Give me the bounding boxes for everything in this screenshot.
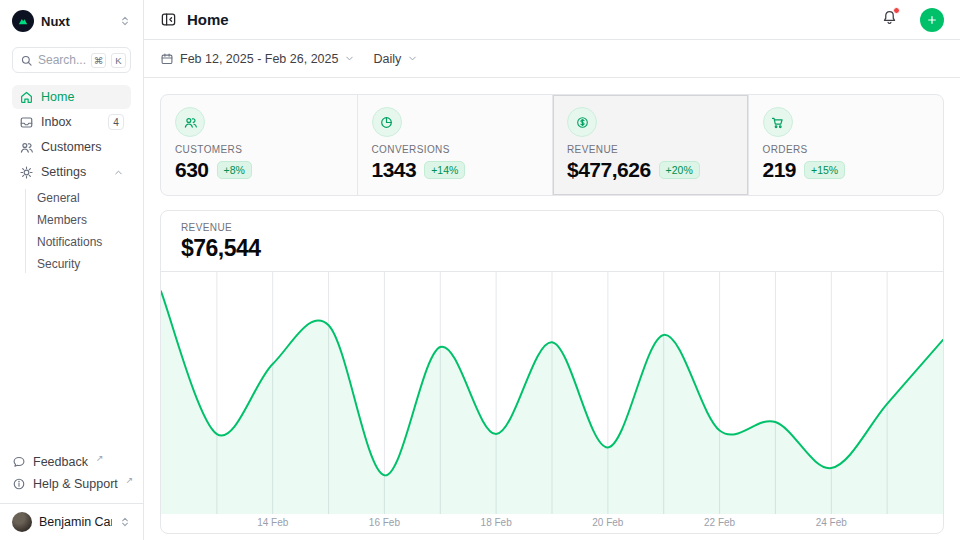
external-link-icon: ↗	[96, 453, 104, 463]
notification-dot	[893, 7, 900, 14]
sidebar-item-security[interactable]: Security	[12, 253, 131, 275]
feedback-link[interactable]: Feedback ↗	[12, 451, 131, 473]
help-support-link[interactable]: Help & Support ↗	[12, 473, 131, 495]
sidebar-item-customers[interactable]: Customers	[12, 135, 131, 159]
sidebar: Nuxt Search... ⌘ K Home	[0, 0, 144, 540]
chart-header: REVENUE $76,544	[161, 211, 943, 272]
stat-label: ORDERS	[763, 144, 930, 155]
search-input[interactable]: Search... ⌘ K	[12, 47, 131, 73]
chevron-updown-icon	[119, 516, 131, 528]
revenue-chart-svg[interactable]	[161, 272, 943, 514]
workspace-name: Nuxt	[41, 14, 112, 29]
stat-delta-badge: +20%	[659, 161, 700, 179]
info-circle-icon	[12, 477, 26, 491]
filters-toolbar: Feb 12, 2025 - Feb 26, 2025 Daily	[144, 40, 960, 78]
revenue-chart-panel: REVENUE $76,544 14 Feb16 Feb18 Feb20 Feb…	[160, 210, 944, 534]
chart-metric-value: $76,544	[181, 235, 923, 262]
x-axis-tick-label: 16 Feb	[369, 517, 400, 528]
sidebar-item-general[interactable]: General	[12, 187, 131, 209]
add-button[interactable]	[920, 8, 944, 32]
stat-delta-badge: +15%	[804, 161, 845, 179]
chart-body: 14 Feb16 Feb18 Feb20 Feb22 Feb24 Feb	[161, 272, 943, 533]
feedback-label: Feedback	[33, 455, 88, 469]
sidebar-item-members[interactable]: Members	[12, 209, 131, 231]
user-menu[interactable]: Benjamin Canac	[0, 503, 143, 540]
chat-bubble-icon	[12, 455, 26, 469]
search-icon	[20, 54, 33, 67]
chevron-up-icon	[113, 167, 124, 178]
stats-panel: CUSTOMERS 630 +8% CONVERSIONS 1343 +14%	[160, 94, 944, 196]
sidebar-item-label: Home	[41, 90, 124, 104]
stat-value: 219	[763, 158, 797, 182]
collapse-sidebar-button[interactable]	[160, 11, 177, 28]
help-support-label: Help & Support	[33, 477, 118, 491]
chart-pie-icon	[372, 107, 402, 137]
sidebar-item-settings[interactable]: Settings	[12, 160, 131, 184]
kbd-k: K	[111, 53, 126, 68]
stat-value: $477,626	[567, 158, 651, 182]
x-axis-tick-label: 24 Feb	[816, 517, 847, 528]
chevron-down-icon	[344, 53, 355, 64]
inbox-count-badge: 4	[108, 114, 124, 130]
stat-card-orders[interactable]: ORDERS 219 +15%	[748, 95, 944, 195]
user-name: Benjamin Canac	[39, 515, 112, 529]
home-icon	[19, 90, 34, 105]
main-area: Home Feb 12, 2025 - Feb 26, 2025	[144, 0, 960, 540]
sidebar-item-home[interactable]: Home	[12, 85, 131, 109]
sidebar-item-inbox[interactable]: Inbox 4	[12, 110, 131, 134]
page-title: Home	[187, 11, 871, 28]
users-icon	[175, 107, 205, 137]
settings-submenu: General Members Notifications Security	[12, 187, 131, 275]
sidebar-footer-links: Feedback ↗ Help & Support ↗	[0, 447, 143, 503]
date-range-value: Feb 12, 2025 - Feb 26, 2025	[180, 52, 338, 66]
content: CUSTOMERS 630 +8% CONVERSIONS 1343 +14%	[144, 78, 960, 540]
external-link-icon: ↗	[126, 475, 134, 485]
workspace-switcher[interactable]: Nuxt	[0, 0, 143, 40]
date-range-picker[interactable]: Feb 12, 2025 - Feb 26, 2025	[160, 52, 355, 66]
stat-value: 630	[175, 158, 209, 182]
app-root: Nuxt Search... ⌘ K Home	[0, 0, 960, 540]
cart-icon	[763, 107, 793, 137]
sidebar-item-label: Settings	[41, 165, 106, 179]
page-header: Home	[144, 0, 960, 40]
sidebar-item-notifications[interactable]: Notifications	[12, 231, 131, 253]
chevron-updown-icon	[119, 15, 131, 27]
granularity-select[interactable]: Daily	[373, 52, 418, 66]
dollar-circle-icon	[567, 107, 597, 137]
avatar	[12, 512, 32, 532]
kbd-meta: ⌘	[91, 53, 106, 68]
users-icon	[19, 140, 34, 155]
stat-label: CONVERSIONS	[372, 144, 539, 155]
x-axis-tick-label: 22 Feb	[704, 517, 735, 528]
calendar-icon	[160, 52, 174, 66]
stat-delta-badge: +14%	[424, 161, 465, 179]
search-placeholder: Search...	[38, 53, 86, 67]
sidebar-item-label: Customers	[41, 140, 124, 154]
x-axis-tick-label: 20 Feb	[592, 517, 623, 528]
chevron-down-icon	[407, 53, 418, 64]
gear-icon	[19, 165, 34, 180]
x-axis-tick-label: 14 Feb	[257, 517, 288, 528]
stat-label: REVENUE	[567, 144, 734, 155]
stat-card-conversions[interactable]: CONVERSIONS 1343 +14%	[357, 95, 553, 195]
stat-label: CUSTOMERS	[175, 144, 343, 155]
chart-metric-label: REVENUE	[181, 222, 923, 233]
x-axis-tick-label: 18 Feb	[481, 517, 512, 528]
stat-card-customers[interactable]: CUSTOMERS 630 +8%	[161, 95, 357, 195]
stat-card-revenue[interactable]: REVENUE $477,626 +20%	[552, 95, 748, 195]
granularity-value: Daily	[373, 52, 401, 66]
stat-value: 1343	[372, 158, 417, 182]
stat-delta-badge: +8%	[217, 161, 252, 179]
x-axis-labels: 14 Feb16 Feb18 Feb20 Feb22 Feb24 Feb	[161, 514, 943, 533]
inbox-icon	[19, 115, 34, 130]
sidebar-nav: Home Inbox 4 Customers Settings	[0, 85, 143, 185]
nuxt-logo-icon	[12, 10, 34, 32]
sidebar-item-label: Inbox	[41, 115, 101, 129]
